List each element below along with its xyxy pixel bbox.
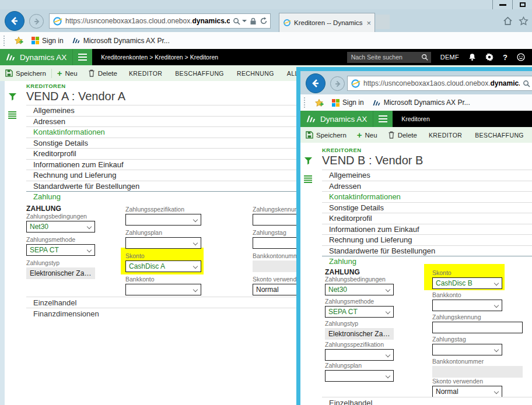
dynamics-ax-favicon	[372, 99, 381, 107]
zahlungskennung-input[interactable]	[432, 322, 523, 333]
bankkonto-select[interactable]	[125, 284, 201, 295]
refresh-icon[interactable]	[260, 17, 268, 25]
zahlungsspezifikation-select[interactable]	[125, 214, 201, 226]
chevron-down-icon	[494, 347, 499, 352]
notifications-bell-icon[interactable]	[468, 53, 476, 61]
zahlungsmethode-select[interactable]: SEPA CT	[325, 306, 394, 318]
feedback-smiley-icon[interactable]	[517, 53, 525, 61]
minimize-button[interactable]	[492, 0, 512, 9]
section-rechnung-und-lieferung[interactable]: Rechnung und Lieferung	[322, 234, 532, 245]
section-einzelhandel[interactable]: Einzelhandel	[322, 397, 532, 405]
list-icon[interactable]	[304, 175, 313, 183]
home-icon[interactable]	[503, 16, 513, 26]
dynamics-brand[interactable]: Dynamics AX	[0, 49, 72, 65]
field-bankkonto: Bankkonto	[125, 276, 201, 295]
forward-arrow-icon	[33, 17, 41, 26]
section-informationen-zum-einkauf[interactable]: Informationen zum Einkauf	[322, 224, 532, 235]
skonto-select[interactable]: CashDisc A	[125, 260, 201, 272]
bankkonto-select[interactable]	[432, 300, 502, 311]
filter-funnel-icon[interactable]	[8, 93, 17, 101]
breadcrumb[interactable]: Kreditorenkonten > Kreditoren > Kreditor…	[92, 49, 346, 65]
menu-hamburger-icon[interactable]	[72, 49, 92, 65]
favorites-star-icon[interactable]	[519, 16, 528, 26]
page-search-input[interactable]: Nach Seite suchen	[347, 52, 431, 63]
add-favorite-button[interactable]	[10, 32, 27, 49]
field-skonto: Skonto CashDisc A	[125, 252, 201, 272]
section-sonstige-details[interactable]: Sonstige Details	[322, 202, 532, 213]
zahlungsplan-select[interactable]	[325, 370, 394, 382]
forward-button[interactable]	[330, 76, 345, 91]
skonto-verwenden-select[interactable]: Normal	[432, 386, 502, 397]
zahlungsplan-select[interactable]	[125, 237, 201, 249]
save-button[interactable]: Speichern	[300, 127, 352, 143]
favorite-signin[interactable]: Sign in	[328, 94, 368, 111]
favbar-drag-handle[interactable]	[304, 97, 307, 108]
chevron-down-icon	[193, 241, 198, 245]
section-adressen[interactable]: Adressen	[322, 181, 532, 192]
section-kontaktinformationen[interactable]: Kontaktinformationen	[322, 191, 532, 202]
zahlungsbedingungen-select[interactable]: Net30	[26, 221, 95, 233]
delete-button[interactable]: Delete	[83, 65, 123, 81]
save-icon	[306, 131, 313, 139]
save-button[interactable]: Speichern	[0, 65, 51, 81]
window-titlebar	[0, 0, 532, 9]
menu-beschaffung[interactable]: BESCHAFFUNG	[169, 65, 230, 81]
search-icon[interactable]	[523, 80, 530, 87]
list-icon[interactable]	[8, 111, 17, 119]
menu-hamburger-icon[interactable]	[373, 111, 393, 127]
page-search-icon	[421, 54, 428, 61]
field-zahlungsmethode: Zahlungsmethode SEPA CT	[26, 236, 95, 256]
add-favorite-button[interactable]	[310, 94, 328, 111]
zahlungsmethode-select[interactable]: SEPA CT	[26, 244, 95, 256]
maximize-icon	[520, 2, 526, 7]
search-icon[interactable]	[233, 17, 240, 25]
back-arrow-icon	[9, 16, 20, 26]
favorite-dynamics-ax[interactable]: Microsoft Dynamics AX Pr...	[68, 32, 174, 49]
filter-funnel-icon[interactable]	[304, 157, 313, 165]
field-zahlungskennung: Zahlungskennung	[432, 314, 523, 333]
new-button[interactable]: + Neu	[352, 127, 383, 143]
menu-beschaffung[interactable]: BESCHAFFUNG	[468, 127, 530, 143]
menu-kreditor[interactable]: KREDITOR	[123, 65, 169, 81]
section-kreditorprofil[interactable]: Kreditorprofil	[322, 213, 532, 224]
zahlungsspezifikation-select[interactable]	[325, 349, 394, 361]
favorite-signin[interactable]: Sign in	[27, 32, 68, 49]
add-favorite-star-icon	[314, 98, 324, 107]
field-zahlungsspezifikation: Zahlungsspezifikation	[125, 206, 201, 226]
field-zahlungsbedingungen: Zahlungsbedingungen Net30	[325, 276, 394, 295]
favbar-drag-handle[interactable]	[4, 36, 6, 46]
menu-kreditor[interactable]: KREDITOR	[422, 127, 468, 143]
zahlungstag-select[interactable]	[432, 344, 502, 355]
skonto-select[interactable]: CashDisc B	[432, 277, 502, 289]
favorite-dynamics-ax[interactable]: Microsoft Dynamics AX Pr...	[368, 94, 474, 111]
chevron-down-icon	[193, 217, 198, 222]
tab-close-icon[interactable]: ×	[366, 19, 371, 27]
search-dropdown-icon[interactable]	[242, 20, 247, 22]
field-skonto-verwenden: Skonto verwenden Normal	[432, 378, 502, 397]
forward-arrow-icon	[334, 80, 342, 88]
section-standardwerte[interactable]: Standardwerte für Bestellungen	[322, 245, 532, 256]
browser-tab-kreditoren[interactable]: Kreditoren -- Dynamics AX ... ×	[279, 13, 375, 32]
new-tab-button[interactable]	[376, 15, 390, 29]
group-header-zahlung: ZAHLUNG	[325, 268, 360, 276]
zahlungsbedingungen-select[interactable]: Net30	[325, 284, 394, 295]
company-selector[interactable]: DEMF	[440, 54, 459, 61]
chevron-down-icon	[193, 287, 198, 292]
section-allgemeines[interactable]: Allgemeines	[322, 170, 532, 181]
breadcrumb[interactable]: Kreditoren	[393, 111, 532, 127]
address-bar[interactable]: https://usnconeboxax1aos.cloud.onebox.dy…	[347, 76, 532, 91]
help-icon[interactable]: ?	[503, 54, 508, 61]
new-button[interactable]: + Neu	[52, 65, 83, 81]
forward-button[interactable]	[29, 14, 44, 29]
field-zahlungstyp: Zahlungstyp Elektronischer Zahlu...	[26, 259, 95, 279]
settings-gear-icon[interactable]	[485, 53, 494, 61]
maximize-button[interactable]	[512, 0, 532, 9]
address-bar[interactable]: https://usnconeboxax1aos.cloud.onebox.dy…	[49, 13, 271, 29]
menu-rechnung[interactable]: RECHNUNG	[230, 65, 281, 81]
microsoft-logo-icon	[332, 99, 340, 107]
delete-button[interactable]: Delete	[383, 127, 422, 143]
back-button[interactable]	[306, 73, 326, 93]
back-button[interactable]	[5, 11, 24, 31]
dynamics-brand[interactable]: Dynamics AX	[300, 111, 373, 127]
trash-icon	[388, 131, 395, 139]
